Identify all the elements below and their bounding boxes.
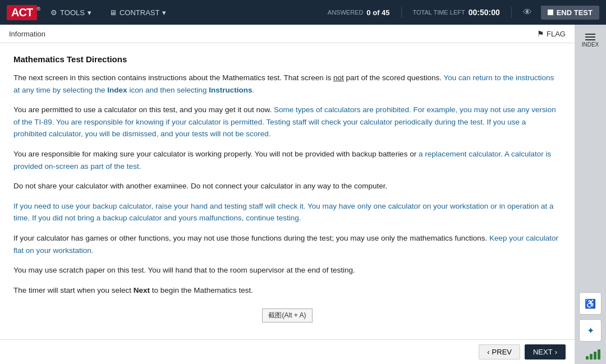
paragraph-5: If you need to use your backup calculato…	[13, 200, 561, 224]
nav-divider-1	[401, 7, 402, 18]
timer-info: TOTAL TIME LEFT 00:50:00	[413, 8, 500, 17]
paragraph-4: Do not share your calculator with anothe…	[13, 180, 561, 192]
tools-button[interactable]: ⚙ TOOLS ▾	[46, 6, 96, 19]
index-button[interactable]: INDEX	[575, 29, 606, 52]
contrast-button[interactable]: 🖥 CONTRAST ▾	[105, 6, 171, 19]
content-area: Information ⚑ FLAG Mathematics Test Dire…	[0, 25, 575, 364]
nav-divider-2	[511, 7, 512, 18]
right-sidebar: INDEX ♿ ✦	[575, 25, 606, 364]
signal-bar-1	[586, 356, 589, 360]
signal-bar-2	[590, 354, 593, 360]
paragraph-1: The next screen in this section contains…	[13, 72, 561, 96]
screenshot-button[interactable]: 截图(Alt + A)	[262, 308, 312, 322]
next-arrow-icon: ›	[555, 348, 557, 356]
main-layout: Information ⚑ FLAG Mathematics Test Dire…	[0, 25, 606, 364]
paragraph-3: You are responsible for making sure your…	[13, 148, 561, 172]
contrast-icon: 🖥	[109, 8, 117, 17]
flag-button[interactable]: ⚑ FLAG	[537, 29, 566, 38]
help-button[interactable]: ✦	[579, 319, 602, 342]
signal-bar-3	[594, 352, 596, 360]
prev-arrow-icon: ‹	[487, 348, 489, 356]
signal-bar-4	[598, 349, 600, 360]
end-test-square-icon	[548, 10, 553, 15]
hamburger-icon	[585, 34, 595, 40]
accessibility-button[interactable]: ♿	[579, 292, 602, 315]
eye-icon: 👁	[523, 7, 532, 17]
next-button[interactable]: NEXT ›	[525, 344, 566, 360]
flag-icon: ⚑	[537, 29, 544, 38]
tools-chevron-icon: ▾	[88, 8, 91, 17]
section-label: Information	[9, 30, 45, 38]
content-header: Information ⚑ FLAG	[0, 25, 575, 43]
act-logo: ACT®	[7, 5, 37, 20]
top-navigation: ACT® ⚙ TOOLS ▾ 🖥 CONTRAST ▾ ANSWERED 0 o…	[0, 0, 606, 25]
contrast-chevron-icon: ▾	[162, 8, 166, 17]
end-test-button[interactable]: END TEST	[541, 6, 599, 20]
signal-bars	[586, 349, 600, 360]
content-title: Mathematics Test Directions	[13, 54, 561, 64]
tools-icon: ⚙	[50, 8, 57, 17]
paragraph-7: You may use scratch paper on this test. …	[13, 264, 561, 277]
paragraph-6: If your calculator has games or other fu…	[13, 232, 561, 256]
paragraph-2: You are permitted to use a calculator on…	[13, 104, 561, 140]
bottom-navigation: ‹ PREV NEXT ›	[0, 339, 575, 364]
paragraph-8: The timer will start when you select Nex…	[13, 284, 561, 297]
answered-info: ANSWERED 0 of 45	[328, 8, 390, 17]
content-scroll[interactable]: Mathematics Test Directions The next scr…	[0, 43, 575, 339]
prev-button[interactable]: ‹ PREV	[479, 344, 520, 360]
